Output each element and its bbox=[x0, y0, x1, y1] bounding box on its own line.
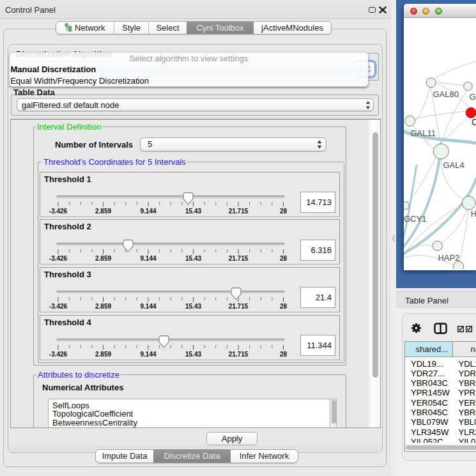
svg-text:GA: GA bbox=[469, 92, 476, 102]
svg-text:H: H bbox=[470, 209, 475, 219]
svg-text:C: C bbox=[472, 116, 476, 127]
svg-text:GAL11: GAL11 bbox=[410, 128, 436, 138]
svg-text:HAP2: HAP2 bbox=[438, 253, 459, 263]
svg-text:GCY1: GCY1 bbox=[404, 214, 426, 224]
svg-text:GAL80: GAL80 bbox=[433, 89, 458, 99]
svg-text:GAL4: GAL4 bbox=[443, 160, 464, 170]
